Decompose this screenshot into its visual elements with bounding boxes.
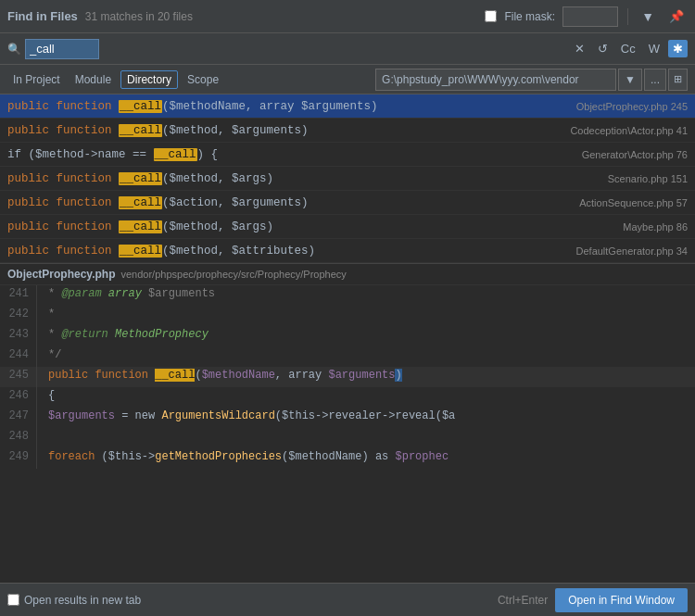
- result-file: Codeception\Actor.php 41: [570, 125, 688, 136]
- file-mask-checkbox[interactable]: [485, 10, 497, 22]
- table-row[interactable]: public function __call($method, $attribu…: [0, 239, 695, 263]
- result-code: if ($method->name == __call) {: [7, 148, 575, 161]
- line-number: 247: [0, 408, 37, 428]
- footer-checkbox-area: Open results in new tab: [7, 594, 141, 607]
- result-code: public function __call($methodName, arra…: [7, 100, 569, 113]
- directory-dropdown-btn[interactable]: ▼: [618, 69, 642, 91]
- code-line: 249 foreach ($this->getMethodProphecies(…: [0, 448, 695, 469]
- footer-bar: Open results in new tab Ctrl+Enter Open …: [0, 583, 695, 616]
- line-number: 249: [0, 448, 37, 469]
- word-button[interactable]: W: [644, 40, 664, 57]
- result-file: Generator\Actor.php 76: [582, 149, 688, 160]
- code-area: 241 * @param array $arguments 242 * 243 …: [0, 285, 695, 480]
- shortcut-label: Ctrl+Enter: [498, 594, 548, 607]
- code-content: *: [37, 306, 695, 326]
- code-content: * @param array $arguments: [37, 285, 695, 306]
- header-bar: Find in Files 31 matches in 20 files Fil…: [0, 0, 695, 33]
- code-content: * @return MethodProphecy: [37, 326, 695, 346]
- line-number: 241: [0, 285, 37, 306]
- preview-header: ObjectProphecy.php vendor/phpspec/prophe…: [0, 263, 695, 285]
- code-line-active: 245 public function __call($methodName, …: [0, 367, 695, 387]
- directory-input-wrapper: ▼ ... ⊞: [375, 69, 688, 91]
- refresh-button[interactable]: ↺: [593, 40, 613, 57]
- result-code: public function __call($action, $argumen…: [7, 196, 572, 209]
- tab-module[interactable]: Module: [70, 70, 117, 89]
- preview-path: vendor/phpspec/prophecy/src/Prophecy/Pro…: [120, 269, 346, 280]
- result-file: ObjectProphecy.php 245: [576, 101, 688, 112]
- code-line: 248: [0, 428, 695, 448]
- line-number: 243: [0, 326, 37, 346]
- tab-directory[interactable]: Directory: [120, 70, 178, 89]
- header-title: Find in Files: [7, 9, 78, 23]
- line-number: 248: [0, 428, 37, 448]
- result-file: Scenario.php 151: [608, 173, 688, 184]
- result-code: public function __call($method, $args): [7, 172, 600, 185]
- result-file: ActionSequence.php 57: [579, 197, 688, 208]
- directory-browse-btn[interactable]: ...: [644, 69, 666, 91]
- pin-button[interactable]: 📌: [665, 7, 688, 25]
- search-icon: 🔍: [7, 43, 21, 56]
- filter-icon: ▼: [641, 9, 654, 24]
- code-content: $arguments = new ArgumentsWildcard($this…: [37, 408, 695, 428]
- result-file: Maybe.php 86: [623, 221, 688, 233]
- open-find-window-button[interactable]: Open in Find Window: [555, 588, 688, 612]
- open-new-tab-checkbox[interactable]: [7, 594, 19, 606]
- open-new-tab-label: Open results in new tab: [24, 594, 141, 607]
- code-line: 241 * @param array $arguments: [0, 285, 695, 306]
- code-line: 247 $arguments = new ArgumentsWildcard($…: [0, 408, 695, 428]
- results-list: public function __call($methodName, arra…: [0, 94, 695, 263]
- code-content: */: [37, 346, 695, 367]
- table-row[interactable]: public function __call($method, $argumen…: [0, 119, 695, 143]
- header-matches: 31 matches in 20 files: [85, 10, 193, 23]
- options-bar: In Project Module Directory Scope ▼ ... …: [0, 65, 695, 94]
- file-mask-label: File mask:: [504, 10, 555, 23]
- result-file: DefaultGenerator.php 34: [576, 245, 688, 257]
- result-code: public function __call($method, $attribu…: [7, 245, 569, 258]
- result-code: public function __call($method, $args): [7, 220, 615, 233]
- preview-filename: ObjectProphecy.php: [7, 268, 115, 281]
- code-line: 244 */: [0, 346, 695, 367]
- code-line: 242 *: [0, 306, 695, 326]
- pin-icon: 📌: [669, 9, 684, 23]
- code-content: [37, 428, 695, 448]
- line-number: 245: [0, 367, 37, 387]
- line-number: 246: [0, 387, 37, 408]
- search-input-wrapper: [25, 39, 99, 59]
- tab-in-project[interactable]: In Project: [7, 70, 66, 89]
- code-line: 246 {: [0, 387, 695, 408]
- line-number: 244: [0, 346, 37, 367]
- table-row[interactable]: if ($method->name == __call) { Generator…: [0, 143, 695, 167]
- table-row[interactable]: public function __call($methodName, arra…: [0, 94, 695, 119]
- code-line: 243 * @return MethodProphecy: [0, 326, 695, 346]
- code-content: public function __call($methodName, arra…: [37, 367, 695, 387]
- search-input[interactable]: [30, 42, 85, 56]
- code-content: foreach ($this->getMethodProphecies($met…: [37, 448, 695, 469]
- directory-icon-btn[interactable]: ⊞: [668, 69, 688, 91]
- search-bar: 🔍 ✕ ↺ Cc W ✱: [0, 33, 695, 65]
- table-row[interactable]: public function __call($method, $args) M…: [0, 215, 695, 239]
- filter-button[interactable]: ▼: [638, 7, 658, 26]
- result-code: public function __call($method, $argumen…: [7, 124, 562, 137]
- directory-input[interactable]: [375, 69, 616, 91]
- regex-button[interactable]: ✱: [668, 40, 688, 57]
- tab-scope[interactable]: Scope: [182, 70, 224, 89]
- code-content: {: [37, 387, 695, 408]
- case-sensitive-button[interactable]: Cc: [616, 40, 640, 57]
- file-mask-input[interactable]: [562, 6, 618, 27]
- line-number: 242: [0, 306, 37, 326]
- table-row[interactable]: public function __call($method, $args) S…: [0, 167, 695, 191]
- table-row[interactable]: public function __call($action, $argumen…: [0, 191, 695, 215]
- clear-button[interactable]: ✕: [570, 40, 589, 57]
